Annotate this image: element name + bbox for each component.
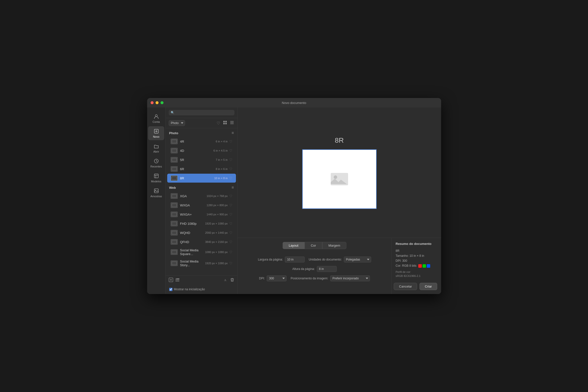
template-fav-4d[interactable]: ♡ <box>229 148 232 152</box>
template-name-5r: 5R <box>180 158 216 162</box>
cancel-button[interactable]: Cancelar <box>394 283 417 290</box>
template-item-fhd[interactable]: FHD 1080p 1920 px × 1080 px ♡ <box>167 219 236 228</box>
svg-rect-14 <box>230 121 234 122</box>
svg-rect-10 <box>223 121 225 122</box>
page-height-label: Altura da página: <box>292 267 315 271</box>
template-fav-social-sq[interactable]: ♡ <box>229 250 232 254</box>
template-item-4d[interactable]: 4D 6 in × 4.5 in ♡ <box>167 146 236 155</box>
template-fav-wxga-plus[interactable]: ♡ <box>229 212 232 216</box>
preview-placeholder-icon <box>330 172 349 186</box>
template-item-6r[interactable]: 6R 8 in × 6 in ♡ <box>167 164 236 174</box>
template-fav-social-st[interactable]: ♡ <box>229 261 232 265</box>
template-item-xga[interactable]: XGA 1024 px × 768 px ♡ <box>167 192 236 200</box>
novo-icon <box>153 128 159 134</box>
doc-units-label: Unidades do documento: <box>309 258 342 261</box>
image-placement-select[interactable]: Preferir incorporado Sempre incorporado … <box>330 276 370 281</box>
template-name-8r: 8R <box>180 176 214 180</box>
template-fav-wqhd[interactable]: ♡ <box>229 231 232 235</box>
show-on-startup-label[interactable]: Mostrar na inicialização <box>169 286 234 291</box>
web-section-header: Web ≡ <box>166 183 238 191</box>
template-item-wxga-plus[interactable]: WXGA+ 1440 px × 900 px ♡ <box>167 210 236 219</box>
list-view-button[interactable] <box>230 120 234 126</box>
template-icon-social-st <box>171 260 178 266</box>
template-fav-5r[interactable]: ♡ <box>229 158 232 162</box>
template-fav-8r[interactable]: ♡ <box>229 176 232 180</box>
template-item-social-sq[interactable]: Social Media Square... 1080 px × 1080 px… <box>167 246 236 258</box>
template-fav-fhd[interactable]: ♡ <box>229 222 232 226</box>
template-item-5r[interactable]: 5R 7 in × 5 in ♡ <box>167 155 236 164</box>
maximize-button[interactable] <box>160 101 164 104</box>
preview-area: 8R <box>238 108 441 238</box>
template-name-4r: 4R <box>180 140 216 144</box>
svg-rect-21 <box>176 280 180 280</box>
sidebar-item-conta[interactable]: Conta <box>148 112 164 125</box>
svg-rect-8 <box>154 189 158 193</box>
template-list: Photo ≡ 4R 6 in × 4 in ♡ 4D 6 in × 4.5 i… <box>166 128 238 276</box>
dpi-select[interactable]: 300 72 96 150 <box>267 276 286 281</box>
grid-view-button[interactable] <box>222 120 228 126</box>
filter-actions: ♡ <box>216 120 234 126</box>
template-item-4r[interactable]: 4R 6 in × 4 in ♡ <box>167 137 236 146</box>
svg-rect-13 <box>225 123 227 124</box>
sidebar-item-novo[interactable]: Novo <box>148 126 164 140</box>
template-size-4d: 6 in × 4.5 in <box>213 149 228 152</box>
sidebar-item-abrir[interactable]: Abrir <box>148 141 164 155</box>
template-item-wqhd[interactable]: WQHD 2560 px × 1440 px ♡ <box>167 228 236 237</box>
template-icon-fhd <box>171 221 178 226</box>
template-fav-wxga[interactable]: ♡ <box>229 203 232 207</box>
summary-title: Resumo do documento <box>396 242 437 246</box>
page-width-input[interactable] <box>285 256 305 262</box>
show-on-startup-checkbox[interactable] <box>169 288 172 291</box>
svg-rect-12 <box>223 123 225 124</box>
tab-margem[interactable]: Margem <box>322 242 346 249</box>
template-name-6r: 6R <box>180 167 216 171</box>
title-bar: Novo documento <box>147 98 441 108</box>
delete-template-button[interactable] <box>230 278 234 283</box>
tab-layout[interactable]: Layout <box>282 242 305 249</box>
svg-text:A: A <box>224 278 226 282</box>
create-button[interactable]: Criar <box>420 283 437 290</box>
sidebar-label-conta: Conta <box>152 120 160 123</box>
template-item-wxga[interactable]: WXGA 1280 px × 800 px ♡ <box>167 201 236 210</box>
template-item-8r[interactable]: 8R 10 in × 8 in ♡ <box>167 174 236 182</box>
tab-cor[interactable]: Cor <box>305 242 322 249</box>
amostras-icon <box>153 188 159 194</box>
photo-section-menu[interactable]: ≡ <box>232 131 234 135</box>
svg-point-9 <box>155 190 156 190</box>
swatch-red <box>418 264 422 268</box>
template-size-fhd: 1920 px × 1080 px <box>205 222 228 225</box>
doc-units-select[interactable]: Polegadas Pixels Milímetros <box>344 256 371 262</box>
template-icon-4d <box>171 148 178 153</box>
manage-template-button[interactable] <box>175 278 180 283</box>
sidebar-item-amostras[interactable]: Amostras <box>148 186 164 200</box>
font-template-button[interactable]: A <box>224 278 228 283</box>
summary-dpi: DPI: 300 <box>396 259 437 262</box>
close-button[interactable] <box>150 101 154 104</box>
template-size-6r: 8 in × 6 in <box>216 168 228 170</box>
minimize-button[interactable] <box>156 101 158 104</box>
favorite-filter-button[interactable]: ♡ <box>216 120 220 126</box>
template-fav-6r[interactable]: ♡ <box>229 167 232 171</box>
page-height-input[interactable] <box>317 266 337 272</box>
template-item-qfhd[interactable]: QFHD 3840 px × 2160 px ♡ <box>167 238 236 246</box>
template-fav-qfhd[interactable]: ♡ <box>229 240 232 244</box>
template-item-social-st[interactable]: Social Media Story... 1920 px × 1080 px … <box>167 258 236 269</box>
search-input[interactable] <box>176 111 232 114</box>
dpi-label: DPI: <box>259 277 265 280</box>
main-content: Conta Novo Abrir <box>147 108 441 294</box>
form-row-3: DPI: 300 72 96 150 Posicionamento da ima… <box>243 276 386 281</box>
web-section-menu[interactable]: ≡ <box>232 185 234 190</box>
page-width-label: Largura da página: <box>258 258 283 261</box>
sidebar-item-modelos[interactable]: Modelos <box>148 171 164 185</box>
sidebar-nav: Conta Novo Abrir <box>147 108 166 294</box>
sidebar-item-recentes[interactable]: Recentes <box>148 156 164 170</box>
svg-point-0 <box>155 114 157 116</box>
category-select[interactable]: Photo Web Print <box>169 120 185 126</box>
svg-point-26 <box>334 176 337 179</box>
template-fav-xga[interactable]: ♡ <box>229 194 232 198</box>
add-template-button[interactable] <box>169 278 173 283</box>
svg-rect-16 <box>230 124 234 124</box>
template-fav-4r[interactable]: ♡ <box>229 140 232 144</box>
template-size-wqhd: 2560 px × 1440 px <box>205 231 228 234</box>
template-icon-4r <box>171 139 178 144</box>
